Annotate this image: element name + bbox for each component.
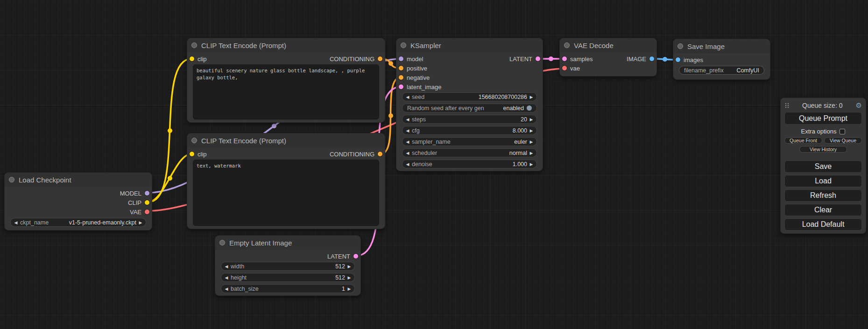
clear-button[interactable]: Clear — [784, 204, 862, 216]
samples-input-port[interactable] — [562, 56, 567, 61]
increment-arrow-icon[interactable]: ▶ — [527, 140, 536, 144]
input-slot-latent-image[interactable]: latent_image — [396, 82, 543, 91]
load-default-button[interactable]: Load Default — [784, 218, 862, 231]
increment-arrow-icon[interactable]: ▶ — [527, 117, 536, 122]
input-slot-images[interactable]: images — [673, 55, 770, 64]
node-collapse-icon[interactable] — [401, 42, 406, 48]
seed-widget[interactable]: ◀ seed 156680208700286 ▶ — [402, 92, 537, 101]
clip-input-port[interactable] — [190, 56, 194, 61]
decrement-arrow-icon[interactable]: ◀ — [222, 275, 231, 280]
node-collapse-icon[interactable] — [219, 240, 225, 245]
model-output-port[interactable] — [145, 191, 149, 196]
clip-input-port[interactable] — [190, 152, 194, 156]
positive-input-port[interactable] — [399, 66, 403, 70]
prompt-textarea[interactable]: beautiful scenery nature glass bottle la… — [193, 64, 379, 119]
increment-arrow-icon[interactable]: ▶ — [136, 220, 145, 225]
increment-arrow-icon[interactable]: ▶ — [345, 275, 353, 280]
node-title-bar[interactable]: Save Image — [673, 39, 770, 53]
decrement-arrow-icon[interactable]: ◀ — [12, 220, 20, 225]
node-collapse-icon[interactable] — [191, 42, 197, 48]
node-clip-text-encode-positive[interactable]: CLIP Text Encode (Prompt) clip CONDITION… — [187, 38, 385, 123]
widget-label: cfg — [412, 127, 420, 134]
slot-label: IMAGE — [627, 56, 646, 63]
increment-arrow-icon[interactable]: ▶ — [527, 128, 536, 133]
node-clip-text-encode-negative[interactable]: CLIP Text Encode (Prompt) clip CONDITION… — [187, 133, 385, 229]
decrement-arrow-icon[interactable]: ◀ — [222, 287, 231, 291]
node-collapse-icon[interactable] — [564, 42, 570, 48]
input-slot-negative[interactable]: negative — [396, 73, 543, 82]
output-slot-vae[interactable]: VAE — [5, 207, 152, 217]
node-load-checkpoint[interactable]: Load Checkpoint MODEL CLIP VAE ◀ ckpt_na… — [4, 172, 152, 231]
scheduler-widget[interactable]: ◀ scheduler normal ▶ — [402, 148, 537, 157]
conditioning-output-port[interactable] — [378, 152, 382, 156]
extra-options-checkbox[interactable] — [840, 129, 845, 134]
conditioning-output-port[interactable] — [378, 56, 382, 61]
output-slot-model[interactable]: MODEL — [5, 189, 152, 198]
node-collapse-icon[interactable] — [191, 138, 197, 143]
decrement-arrow-icon[interactable]: ◀ — [222, 264, 231, 269]
queue-front-button[interactable]: Queue Front — [784, 137, 822, 144]
drag-handle-icon[interactable] — [784, 102, 789, 109]
node-title-text: VAE Decode — [574, 42, 614, 49]
latent-image-input-port[interactable] — [399, 84, 403, 89]
node-save-image[interactable]: Save Image images filename_prefix ComfyU… — [673, 39, 770, 80]
decrement-arrow-icon[interactable]: ◀ — [403, 117, 412, 122]
load-button[interactable]: Load — [784, 175, 862, 187]
increment-arrow-icon[interactable]: ▶ — [345, 264, 353, 269]
graph-canvas[interactable]: Load Checkpoint MODEL CLIP VAE ◀ ckpt_na… — [0, 0, 868, 329]
input-slot-positive[interactable]: positive — [396, 63, 543, 73]
negative-input-port[interactable] — [399, 75, 403, 80]
node-empty-latent-image[interactable]: Empty Latent Image LATENT ◀ width 512 ▶ … — [215, 235, 361, 296]
node-collapse-icon[interactable] — [677, 43, 683, 49]
decrement-arrow-icon[interactable]: ◀ — [403, 140, 412, 144]
node-title-bar[interactable]: Load Checkpoint — [5, 173, 152, 187]
slot-label: clip — [198, 151, 207, 158]
denoise-widget[interactable]: ◀ denoise 1.000 ▶ — [402, 160, 537, 168]
decrement-arrow-icon[interactable]: ◀ — [403, 128, 412, 133]
increment-arrow-icon[interactable]: ▶ — [345, 287, 353, 291]
increment-arrow-icon[interactable]: ▶ — [527, 162, 536, 167]
node-title-bar[interactable]: VAE Decode — [560, 38, 656, 52]
latent-output-port[interactable] — [536, 56, 540, 61]
save-button[interactable]: Save — [784, 161, 862, 173]
filename-prefix-widget[interactable]: filename_prefix ComfyUI — [679, 66, 764, 75]
refresh-button[interactable]: Refresh — [784, 189, 862, 202]
node-collapse-icon[interactable] — [9, 177, 14, 182]
input-slot-vae[interactable]: vae — [560, 63, 656, 73]
settings-gear-icon[interactable]: ⚙ — [856, 101, 862, 110]
output-slot-latent[interactable]: LATENT — [396, 54, 543, 63]
vae-output-port[interactable] — [145, 210, 149, 214]
node-vae-decode[interactable]: VAE Decode samples IMAGE vae — [559, 38, 657, 77]
image-output-port[interactable] — [649, 56, 654, 61]
prompt-textarea[interactable]: text, watermark — [193, 160, 379, 226]
images-input-port[interactable] — [676, 57, 680, 62]
height-widget[interactable]: ◀ height 512 ▶ — [221, 273, 355, 282]
node-title-bar[interactable]: Empty Latent Image — [215, 236, 360, 250]
node-title-bar[interactable]: CLIP Text Encode (Prompt) — [187, 38, 385, 52]
decrement-arrow-icon[interactable]: ◀ — [403, 151, 412, 155]
node-title-bar[interactable]: CLIP Text Encode (Prompt) — [187, 133, 385, 147]
cfg-widget[interactable]: ◀ cfg 8.000 ▶ — [402, 126, 537, 135]
view-queue-button[interactable]: View Queue — [824, 137, 862, 144]
output-slot-clip[interactable]: CLIP — [5, 198, 152, 207]
output-slot-latent[interactable]: LATENT — [215, 252, 360, 261]
queue-prompt-button[interactable]: Queue Prompt — [784, 112, 862, 125]
node-title-bar[interactable]: KSampler — [396, 38, 543, 52]
view-history-button[interactable]: View History — [799, 146, 847, 153]
clip-output-port[interactable] — [145, 200, 149, 205]
batch-size-widget[interactable]: ◀ batch_size 1 ▶ — [221, 284, 355, 293]
slot-label: LATENT — [509, 56, 532, 63]
increment-arrow-icon[interactable]: ▶ — [527, 95, 536, 99]
sampler-name-widget[interactable]: ◀ sampler_name euler ▶ — [402, 137, 537, 146]
width-widget[interactable]: ◀ width 512 ▶ — [221, 262, 355, 271]
increment-arrow-icon[interactable]: ▶ — [527, 151, 536, 155]
ckpt-name-widget[interactable]: ◀ ckpt_name v1-5-pruned-emaonly.ckpt ▶ — [10, 218, 146, 227]
decrement-arrow-icon[interactable]: ◀ — [403, 162, 412, 167]
toggle-knob-icon[interactable] — [527, 105, 532, 111]
steps-widget[interactable]: ◀ steps 20 ▶ — [402, 115, 537, 124]
node-ksampler[interactable]: KSampler model positive negative latent_… — [396, 38, 543, 171]
vae-input-port[interactable] — [562, 66, 567, 70]
random-seed-toggle[interactable]: Random seed after every gen enabled — [402, 104, 537, 112]
decrement-arrow-icon[interactable]: ◀ — [403, 95, 412, 99]
latent-output-port[interactable] — [353, 254, 358, 259]
